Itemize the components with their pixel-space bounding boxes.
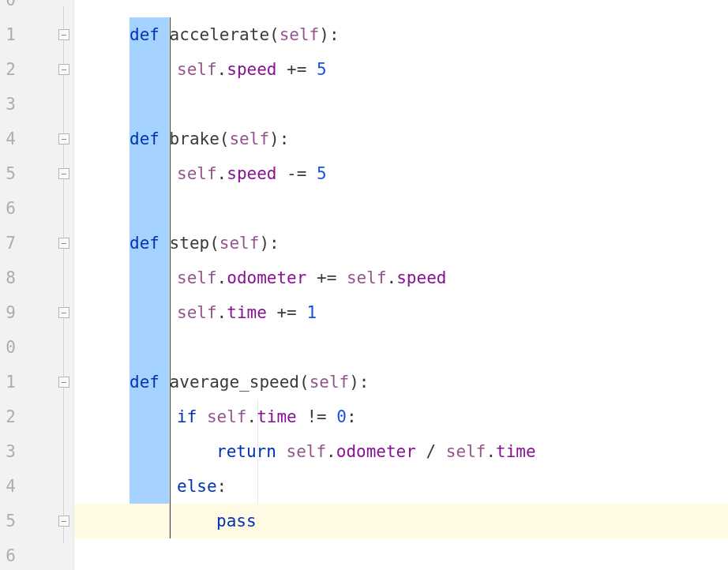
line-number: 4 <box>0 122 16 156</box>
fold-toggle-icon[interactable] <box>58 133 69 144</box>
token-paren: ): <box>319 25 339 44</box>
line-number: 5 <box>0 156 16 191</box>
token-paren: ( <box>220 129 230 148</box>
fold-toggle-icon[interactable] <box>58 168 69 179</box>
token-op: . <box>217 164 227 183</box>
token-op: != <box>297 407 337 426</box>
token-op: += <box>306 268 347 287</box>
token-attr: time <box>257 407 297 426</box>
code-line[interactable]: self.odometer += self.speed <box>74 261 728 295</box>
token-fn: step <box>170 234 210 253</box>
token-attr: speed <box>227 60 276 79</box>
token-kw: def <box>129 129 159 148</box>
line-number: 3 <box>0 87 16 122</box>
code-line[interactable]: self.time += 1 <box>74 295 728 330</box>
token-fn: brake <box>170 129 220 148</box>
token-self: self <box>287 442 327 461</box>
token-self: self <box>280 25 320 44</box>
token-paren: ( <box>299 373 310 392</box>
token-self: self <box>229 129 269 148</box>
fold-gutter[interactable] <box>21 0 74 570</box>
line-number: 9 <box>0 295 16 330</box>
token-op: += <box>267 303 307 322</box>
token-kw: def <box>129 234 159 253</box>
code-line[interactable]: def accelerate(self): <box>74 17 728 52</box>
token-attr: time <box>227 303 267 322</box>
code-line[interactable]: self.speed -= 5 <box>74 156 728 191</box>
token-self: self <box>177 164 217 183</box>
token-fn: accelerate <box>170 25 269 44</box>
token-self: self <box>177 268 217 287</box>
token-plain <box>159 25 170 44</box>
line-number: 2 <box>0 52 16 87</box>
token-attr: speed <box>227 164 276 183</box>
token-op: : <box>217 477 227 496</box>
line-number: 3 <box>0 434 16 469</box>
code-line[interactable] <box>74 0 728 17</box>
code-line[interactable]: def step(self): <box>74 226 728 261</box>
code-line[interactable] <box>74 538 728 570</box>
token-op: . <box>387 268 397 287</box>
code-line[interactable]: return self.odometer / self.time <box>74 434 728 469</box>
fold-toggle-icon[interactable] <box>58 238 69 249</box>
line-number: 8 <box>0 261 16 295</box>
code-line[interactable]: if self.time != 0: <box>74 399 728 434</box>
token-attr: odometer <box>227 268 306 287</box>
token-op: . <box>247 407 257 426</box>
token-fn: average_speed <box>170 373 299 392</box>
line-number: 6 <box>0 538 16 570</box>
token-kw: def <box>129 25 159 44</box>
fold-toggle-icon[interactable] <box>58 64 69 75</box>
token-kw: if <box>177 407 207 426</box>
token-plain <box>159 373 170 392</box>
fold-toggle-icon[interactable] <box>58 307 69 318</box>
token-self: self <box>446 442 486 461</box>
token-op: . <box>486 442 496 461</box>
token-self: self <box>177 60 217 79</box>
token-plain <box>159 234 170 253</box>
code-line[interactable] <box>74 330 728 365</box>
fold-toggle-icon[interactable] <box>58 29 69 40</box>
token-paren: ): <box>259 234 279 253</box>
token-num: 0 <box>336 407 347 426</box>
token-kw: pass <box>216 512 257 531</box>
code-line[interactable] <box>74 87 728 122</box>
code-line[interactable] <box>74 191 728 226</box>
token-op: . <box>217 60 227 79</box>
code-line[interactable]: def average_speed(self): <box>74 365 728 399</box>
code-line[interactable]: else: <box>74 469 728 504</box>
token-op: / <box>416 442 446 461</box>
token-op: += <box>276 60 317 79</box>
line-number: 0 <box>0 0 16 17</box>
line-number: 4 <box>0 469 16 504</box>
code-line[interactable]: pass <box>74 504 728 538</box>
token-op: . <box>217 268 227 287</box>
line-number: 1 <box>0 17 16 52</box>
line-number: 2 <box>0 399 16 434</box>
token-attr: time <box>496 442 536 461</box>
token-self: self <box>347 268 387 287</box>
token-self: self <box>310 373 350 392</box>
token-num: 1 <box>306 303 317 322</box>
line-number-gutter: 01234567890123456 <box>0 0 21 570</box>
code-area[interactable]: def accelerate(self):self.speed += 5def … <box>74 0 728 570</box>
code-line[interactable]: def brake(self): <box>74 122 728 156</box>
token-attr: speed <box>396 268 446 287</box>
token-self: self <box>207 407 247 426</box>
token-self: self <box>220 234 260 253</box>
fold-toggle-icon[interactable] <box>58 516 69 527</box>
token-op: -= <box>276 164 317 183</box>
token-op: : <box>347 407 357 426</box>
token-paren: ( <box>269 25 280 44</box>
token-op: . <box>217 303 227 322</box>
line-number: 7 <box>0 226 16 261</box>
code-editor[interactable]: 01234567890123456 def accelerate(self):s… <box>0 0 728 570</box>
line-number: 6 <box>0 191 16 226</box>
code-line[interactable]: self.speed += 5 <box>74 52 728 87</box>
token-kw: return <box>216 442 287 461</box>
token-plain <box>159 129 170 148</box>
fold-toggle-icon[interactable] <box>58 377 69 388</box>
token-op: . <box>326 442 336 461</box>
token-paren: ): <box>269 129 289 148</box>
line-number: 0 <box>0 330 16 365</box>
